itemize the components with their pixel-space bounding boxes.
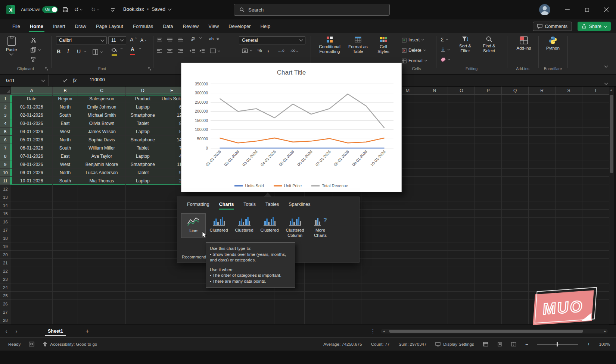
grid-cell[interactable] (11, 292, 53, 300)
grid-cell[interactable] (361, 267, 395, 275)
chart-preview[interactable]: Chart Title 0500001000001500002000002500… (181, 63, 402, 192)
grid-cell[interactable] (582, 201, 609, 210)
grid-cell[interactable] (421, 95, 448, 103)
grid-cell[interactable] (11, 185, 53, 193)
avatar[interactable] (539, 4, 550, 15)
grid-cell[interactable] (502, 136, 529, 144)
grid-cell[interactable] (448, 185, 475, 193)
grid-cell[interactable] (582, 267, 609, 275)
grid-cell[interactable]: Ava Taylor (78, 152, 126, 160)
grid-cell[interactable] (78, 275, 126, 283)
grid-cell[interactable] (529, 259, 556, 267)
grid-cell[interactable] (475, 259, 502, 267)
grid-cell[interactable] (529, 160, 556, 169)
grid-cell[interactable] (582, 193, 609, 201)
wrap-text-button[interactable]: ab (209, 37, 219, 41)
sort-filter-button[interactable]: Sort & Filter (455, 36, 476, 53)
align-left-button[interactable] (157, 48, 162, 53)
grid-cell[interactable] (53, 275, 78, 283)
increase-indent-button[interactable] (199, 48, 205, 53)
accounting-format-button[interactable] (242, 48, 252, 53)
grid-cell[interactable] (160, 316, 184, 324)
add-sheet-icon[interactable]: + (85, 328, 89, 335)
fill-color-button[interactable] (111, 48, 117, 56)
grid-cell[interactable] (421, 169, 448, 177)
fill-button[interactable] (441, 47, 450, 52)
grid-cell[interactable]: Benjamin Moore (78, 160, 126, 169)
grid-cell[interactable]: Michael Smith (78, 111, 126, 119)
grid-cell[interactable] (448, 103, 475, 111)
grid-cell[interactable] (274, 308, 305, 316)
tab-view[interactable]: View (203, 19, 224, 33)
grid-cell[interactable] (448, 242, 475, 251)
normal-view-icon[interactable] (483, 342, 488, 346)
grid-cell[interactable] (421, 292, 448, 300)
row-header-1[interactable]: 1 (0, 95, 11, 103)
grid-cell[interactable] (160, 308, 184, 316)
grid-cell[interactable]: Smartphone (126, 160, 160, 169)
grid-cell[interactable] (78, 267, 126, 275)
grid-cell[interactable] (78, 210, 126, 218)
grid-cell[interactable] (502, 128, 529, 136)
grid-cell[interactable] (529, 119, 556, 128)
grid-cell[interactable]: 01-01-2026 (11, 103, 53, 111)
zoom-thumb[interactable] (557, 342, 558, 346)
grid-cell[interactable] (394, 259, 421, 267)
grid-cell[interactable]: 11 (160, 160, 184, 169)
grid-cell[interactable] (421, 300, 448, 308)
grid-cell[interactable] (448, 201, 475, 210)
page-break-view-icon[interactable] (511, 342, 516, 346)
grid-cell[interactable] (78, 218, 126, 226)
grid-cell[interactable] (53, 308, 78, 316)
macro-record-icon[interactable] (29, 342, 34, 346)
grid-cell[interactable] (78, 316, 126, 324)
grid-cell[interactable] (421, 251, 448, 259)
grid-cell[interactable] (448, 160, 475, 169)
grid-cell[interactable] (184, 316, 214, 324)
grid-cell[interactable] (78, 234, 126, 242)
grid-cell[interactable] (582, 185, 609, 193)
grid-cell[interactable] (475, 177, 502, 185)
grid-cell[interactable] (529, 152, 556, 160)
grid-cell[interactable]: 6 (160, 103, 184, 111)
grid-cell[interactable] (333, 292, 361, 300)
grid-cell[interactable] (53, 292, 78, 300)
grid-cell[interactable] (448, 119, 475, 128)
grid-cell[interactable] (11, 193, 53, 201)
grid-cell[interactable] (421, 226, 448, 234)
document-title[interactable]: Book.xlsx • Saved (123, 6, 171, 12)
grid-cell[interactable] (214, 316, 245, 324)
grid-cell[interactable] (244, 292, 274, 300)
number-format-combo[interactable]: General (239, 36, 305, 44)
grid-cell[interactable] (556, 111, 582, 119)
grid-cell[interactable] (394, 300, 421, 308)
grid-cell[interactable] (421, 267, 448, 275)
grid-cell[interactable] (11, 275, 53, 283)
grid-cell[interactable]: East (53, 152, 78, 160)
sum-status[interactable]: Sum: 2970347 (399, 342, 427, 346)
grid-cell[interactable] (244, 308, 274, 316)
grid-cell[interactable] (421, 185, 448, 193)
grid-cell[interactable] (556, 218, 582, 226)
grid-cell[interactable] (421, 242, 448, 251)
qa-chart-clustered-column[interactable]: ClusteredColumn (283, 213, 307, 238)
grid-cell[interactable] (11, 283, 53, 292)
tab-home[interactable]: Home (25, 19, 48, 33)
grid-cell[interactable] (53, 259, 78, 267)
clipboard-dialog-launcher[interactable] (45, 67, 49, 71)
grid-cell[interactable] (582, 152, 609, 160)
grid-cell[interactable] (78, 193, 126, 201)
grid-cell[interactable] (582, 251, 609, 259)
autosum-button[interactable]: Σ (441, 37, 448, 43)
column-header-P[interactable]: P (475, 87, 502, 95)
grid-cell[interactable] (184, 300, 214, 308)
grid-cell[interactable] (394, 316, 421, 324)
grid-cell[interactable] (53, 210, 78, 218)
grid-cell[interactable] (126, 267, 160, 275)
grid-cell[interactable] (53, 251, 78, 259)
grid-cell[interactable] (394, 226, 421, 234)
grid-cell[interactable] (475, 267, 502, 275)
grid-cell[interactable] (502, 169, 529, 177)
zoom-out-button[interactable]: − (525, 341, 528, 347)
grid-cell[interactable] (78, 201, 126, 210)
